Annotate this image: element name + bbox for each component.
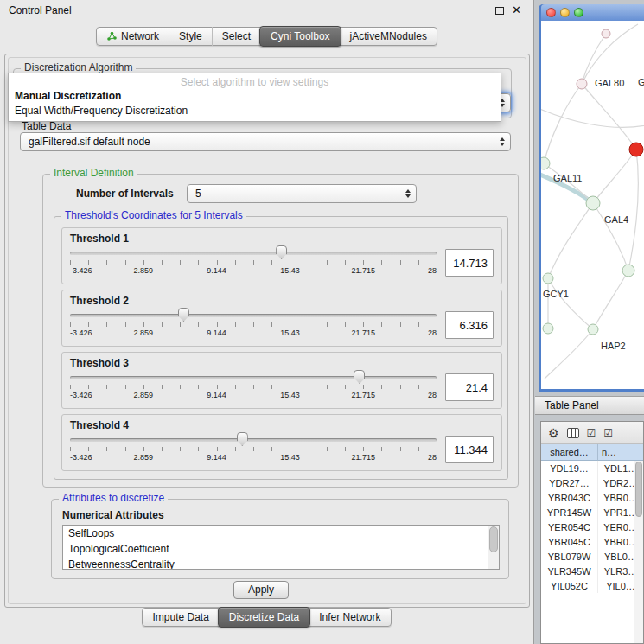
table-row[interactable]: YDR27… YDR2…: [541, 475, 643, 490]
slider-track[interactable]: [70, 376, 437, 379]
network-node[interactable]: [588, 324, 598, 335]
threshold-3-slider[interactable]: -3.426 2.859 9.144 15.43 21.715 28: [70, 370, 437, 405]
network-node-labels: GAL80 GA GAL11 GAL4 GCY1 HAP2: [543, 77, 644, 351]
table-cell[interactable]: YDL19…: [541, 461, 598, 475]
threshold-4-value-field[interactable]: [445, 436, 494, 463]
tab-infer-network[interactable]: Infer Network: [309, 608, 390, 627]
tab-cyni-toolbox[interactable]: Cyni Toolbox: [259, 26, 341, 47]
slider-ticks: [70, 260, 437, 265]
threshold-4-slider[interactable]: -3.426 2.859 9.144 15.43 21.715 28: [70, 432, 437, 467]
tab-jactivemnodules[interactable]: jActiveMNodules: [341, 27, 437, 46]
float-window-icon[interactable]: [495, 7, 504, 15]
threshold-2-slider[interactable]: -3.426 2.859 9.144 15.43 21.715 28: [70, 308, 437, 342]
network-node[interactable]: [543, 273, 553, 284]
network-node[interactable]: [541, 157, 550, 169]
close-icon[interactable]: ✕: [512, 6, 521, 15]
scale-label: 15.43: [280, 391, 300, 399]
network-node-red[interactable]: [629, 143, 643, 156]
table-cell[interactable]: YIL052C: [541, 578, 598, 593]
column-header-name[interactable]: n…: [598, 444, 643, 461]
table-row[interactable]: YBR043C YBR0…: [541, 490, 643, 505]
tab-network[interactable]: Network: [97, 27, 169, 46]
slider-thumb[interactable]: [237, 432, 248, 446]
number-of-intervals-combo[interactable]: 5: [187, 184, 417, 203]
table-row[interactable]: YLR345W YLR3…: [541, 564, 643, 578]
table-panel: ⚙ ☑ ☑ shared… n… YDL19… YDL1… YDR27… YDR…: [540, 421, 644, 644]
threshold-1-panel: Threshold 1 -3.426 2.859 9.144 1: [61, 227, 502, 284]
table-row[interactable]: YDL19… YDL1…: [541, 461, 643, 475]
network-node-label: GAL80: [595, 78, 624, 88]
scale-label: 15.43: [280, 328, 300, 337]
list-item[interactable]: BetweennessCentrality: [63, 557, 499, 570]
network-window-titlebar[interactable]: [541, 4, 644, 21]
table-cell[interactable]: YBR043C: [541, 490, 598, 505]
slider-thumb[interactable]: [276, 245, 287, 259]
table-cell[interactable]: YDR27…: [541, 475, 598, 490]
table-cell[interactable]: YER054C: [541, 520, 598, 534]
slider-track[interactable]: [70, 438, 437, 442]
combo-arrows-icon: [500, 137, 505, 146]
list-item[interactable]: TopologicalCoefficient: [63, 541, 499, 557]
scrollbar-thumb[interactable]: [489, 526, 498, 552]
threshold-label: Threshold 2: [70, 295, 494, 307]
checkbox-icon[interactable]: ☑: [603, 427, 613, 439]
network-node[interactable]: [602, 29, 610, 38]
table-row[interactable]: YER054C YER0…: [541, 520, 643, 534]
table-row[interactable]: YPR145W YPR1…: [541, 505, 643, 520]
table-data-combo[interactable]: galFiltered.sif default node: [20, 132, 511, 151]
algorithm-option-equal-width-frequency[interactable]: Equal Width/Frequency Discretization: [9, 104, 501, 118]
table-row[interactable]: YBL079W YBL0…: [541, 549, 643, 564]
table-cell[interactable]: YBL079W: [541, 549, 598, 564]
minimize-traffic-light[interactable]: [560, 8, 570, 17]
threshold-label: Threshold 1: [70, 233, 494, 245]
zoom-traffic-light[interactable]: [574, 8, 583, 17]
slider-ticks: [70, 322, 437, 327]
algorithm-option-manual-discretization[interactable]: Manual Discretization: [9, 89, 501, 104]
table-header-row: shared… n…: [541, 444, 643, 461]
threshold-1-value-field[interactable]: [445, 249, 494, 277]
scrollbar-thumb[interactable]: [635, 462, 642, 517]
scale-label: 2.859: [134, 328, 154, 337]
tab-discretize-data[interactable]: Discretize Data: [218, 607, 310, 628]
tab-style[interactable]: Style: [169, 27, 212, 46]
titlebar-icons: ✕: [495, 6, 521, 15]
table-row[interactable]: YIL052C YIL0…: [541, 578, 643, 593]
threshold-3-value-field[interactable]: [445, 373, 494, 401]
network-node[interactable]: [577, 79, 587, 89]
settings-gear-icon[interactable]: ⚙: [548, 427, 559, 439]
list-scrollbar[interactable]: [488, 526, 499, 569]
column-grid-icon[interactable]: [567, 428, 579, 438]
list-item[interactable]: SelfLoops: [63, 526, 499, 541]
table-scrollbar[interactable]: [634, 461, 643, 643]
column-header-shared-name[interactable]: shared…: [541, 444, 598, 461]
network-node[interactable]: [622, 265, 634, 277]
threshold-2-panel: Threshold 2 -3.426 2.859 9.144 1: [61, 290, 502, 347]
table-row[interactable]: YBR045C YBR0…: [541, 534, 643, 549]
network-node[interactable]: [586, 196, 600, 210]
tab-impute-data[interactable]: Impute Data: [143, 608, 218, 627]
slider-ticks: [70, 447, 437, 451]
tab-select[interactable]: Select: [212, 27, 260, 46]
slider-scale: -3.426 2.859 9.144 15.43 21.715 28: [70, 266, 437, 277]
table-cell[interactable]: YLR345W: [541, 564, 598, 578]
table-cell[interactable]: YPR145W: [541, 505, 598, 520]
threshold-2-value-field[interactable]: [445, 311, 494, 339]
slider-thumb[interactable]: [178, 308, 189, 322]
slider-track[interactable]: [70, 314, 437, 317]
apply-button[interactable]: Apply: [233, 581, 289, 599]
table-panel-header: Table Panel: [535, 396, 644, 415]
table-toolbar: ⚙ ☑ ☑: [541, 422, 643, 444]
slider-track[interactable]: [70, 252, 437, 255]
threshold-1-slider[interactable]: -3.426 2.859 9.144 15.43 21.715 28: [70, 245, 437, 280]
network-canvas[interactable]: GAL80 GA GAL11 GAL4 GCY1 HAP2: [541, 21, 644, 389]
network-graph[interactable]: GAL80 GA GAL11 GAL4 GCY1 HAP2: [541, 21, 644, 389]
checkbox-icon[interactable]: ☑: [587, 427, 596, 439]
table-cell[interactable]: YBR045C: [541, 534, 598, 549]
network-node[interactable]: [543, 323, 553, 334]
group-title: Attributes to discretize: [59, 492, 168, 504]
tab-label: jActiveMNodules: [350, 27, 427, 46]
numerical-attributes-list[interactable]: SelfLoops TopologicalCoefficient Between…: [62, 525, 500, 570]
slider-thumb[interactable]: [354, 370, 365, 384]
scale-label: -3.426: [70, 391, 92, 399]
close-traffic-light[interactable]: [546, 8, 556, 17]
